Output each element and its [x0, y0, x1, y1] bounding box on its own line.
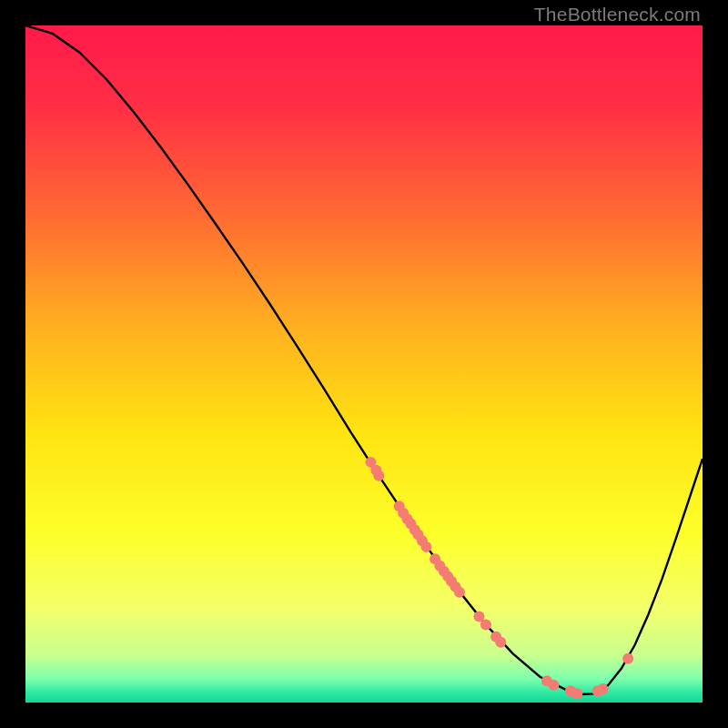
data-marker [373, 470, 384, 481]
chart-frame [25, 25, 703, 703]
data-marker [495, 637, 506, 648]
data-marker [420, 541, 431, 552]
bottleneck-chart [25, 25, 703, 703]
data-marker [480, 619, 491, 630]
data-marker [548, 680, 559, 691]
watermark-text: TheBottleneck.com [534, 4, 701, 25]
data-marker [622, 653, 633, 664]
gradient-background [25, 25, 703, 703]
data-marker [571, 688, 582, 699]
data-marker [598, 683, 609, 694]
data-marker [454, 587, 465, 598]
